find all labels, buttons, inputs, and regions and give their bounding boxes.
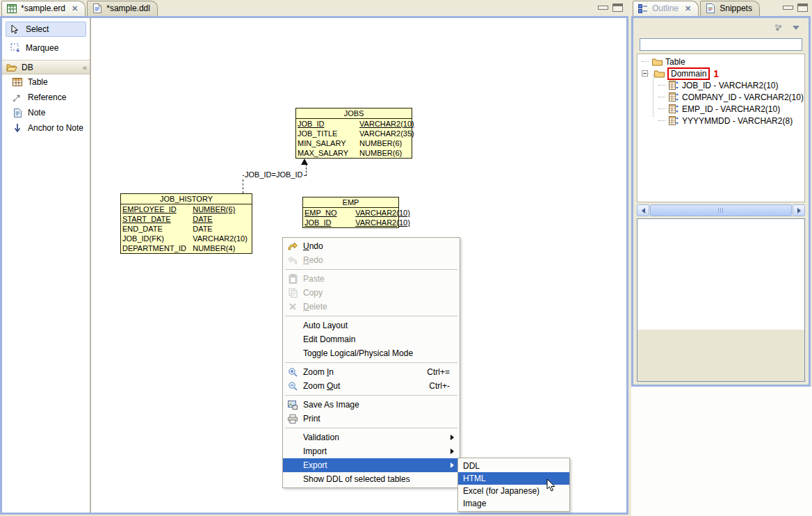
erd-table-title: EMP — [303, 197, 398, 208]
close-icon[interactable]: ✕ — [685, 4, 691, 13]
outline-filter-input[interactable] — [640, 38, 802, 51]
tree-item-label: Table — [665, 57, 685, 67]
tree-guide-line — [658, 108, 665, 109]
blank — [284, 348, 301, 359]
paste-icon — [284, 273, 301, 284]
menu-item-label: Image — [461, 499, 568, 508]
palette-entry-note[interactable]: Note — [2, 105, 90, 120]
close-icon[interactable]: ✕ — [72, 4, 78, 13]
editor-window-buttons — [598, 3, 623, 12]
menu-item-validation[interactable]: Validation — [283, 430, 460, 444]
blank — [284, 432, 301, 443]
palette-group-db[interactable]: DB« — [2, 60, 90, 74]
menu-item-label: DDL — [461, 461, 568, 471]
blank — [284, 460, 301, 471]
zoom-in-icon — [284, 366, 301, 378]
maximize-icon[interactable] — [612, 3, 623, 12]
erd-column-job-title[interactable]: JOB_TITLEVARCHAR2(35) — [296, 129, 412, 138]
column-type: NUMBER(6) — [359, 148, 410, 158]
tree-guide-line — [658, 85, 665, 86]
tree-item-label: Dommain — [667, 67, 710, 80]
erd-column-job-id-fk[interactable]: JOB_ID(FK)VARCHAR2(10) — [121, 234, 252, 243]
maximize-icon[interactable] — [797, 3, 808, 12]
palette-entry-reference[interactable]: Reference — [2, 90, 90, 105]
menu-item-save-as-image[interactable]: Save As Image — [283, 398, 460, 412]
tab-outline[interactable]: Outline✕ — [633, 1, 699, 17]
sync-dots-icon[interactable] — [772, 22, 783, 33]
minimize-icon[interactable] — [783, 6, 793, 10]
palette-entry-label: Table — [28, 77, 48, 87]
menu-item-label: Save As Image — [301, 400, 458, 410]
tree-item-dommain[interactable]: Dommain1 — [638, 67, 804, 79]
menu-item-export[interactable]: Export — [283, 458, 460, 472]
menu-item-print[interactable]: Print — [283, 412, 460, 426]
menu-item-zoom-out[interactable]: Zoom OutCtrl+- — [283, 379, 460, 393]
tab-snippets[interactable]: Snippets — [700, 1, 760, 17]
collapse-chevron-icon[interactable]: « — [83, 63, 86, 72]
erd-table-jobs[interactable]: JOBSJOB_IDVARCHAR2(10)JOB_TITLEVARCHAR2(… — [295, 108, 412, 159]
domain-column-icon — [668, 104, 679, 115]
tab-sample-ddl[interactable]: *sample.ddl — [87, 1, 158, 17]
scroll-left-icon[interactable] — [637, 204, 649, 216]
tree-item-job-id-varchar2-10[interactable]: JOB_ID - VARCHAR2(10) — [638, 79, 804, 91]
menu-item-label: Import — [301, 446, 450, 456]
menu-item-paste: Paste — [283, 272, 460, 286]
menu-item-show-ddl-of-selected-tables[interactable]: Show DDL of selected tables — [283, 472, 460, 486]
tree-item-emp-id-varchar2-10[interactable]: EMP_ID - VARCHAR2(10) — [638, 103, 804, 115]
erd-column-job-id[interactable]: JOB_IDVARCHAR2(10) — [296, 119, 412, 129]
palette-tool-marquee[interactable]: Marquee — [6, 40, 86, 56]
palette-entry-label: Anchor to Note — [28, 123, 83, 133]
snippets-icon — [705, 3, 716, 14]
erd-column-department-id[interactable]: DEPARTMENT_IDNUMBER(4) — [121, 243, 252, 253]
menu-item-undo[interactable]: Undo — [283, 239, 460, 253]
menu-item-ddl[interactable]: DDL — [458, 460, 569, 472]
scrollbar-thumb[interactable] — [650, 204, 792, 216]
palette-tool-select[interactable]: Select — [6, 22, 86, 37]
column-type: VARCHAR2(10) — [355, 208, 397, 218]
tab-sample-erd[interactable]: *sample.erd✕ — [1, 1, 86, 17]
erd-table-emp[interactable]: EMPEMP_NOVARCHAR2(10)JOB_IDVARCHAR2(10) — [302, 197, 399, 228]
erd-column-min-salary[interactable]: MIN_SALARYNUMBER(6) — [296, 138, 412, 148]
erd-column-max-salary[interactable]: MAX_SALARYNUMBER(6) — [296, 148, 412, 158]
palette-entry-table[interactable]: Table — [2, 74, 90, 90]
collapse-minus-icon[interactable] — [642, 70, 648, 76]
menu-item-zoom-in[interactable]: Zoom InCtrl+= — [283, 365, 460, 379]
zoom-out-icon — [284, 380, 301, 392]
erd-column-end-date[interactable]: END_DATEDATE — [121, 224, 252, 234]
menu-separator — [285, 316, 457, 316]
menu-item-import[interactable]: Import — [283, 444, 460, 458]
horizontal-scrollbar[interactable] — [637, 204, 805, 216]
erd-column-employee-id[interactable]: EMPLOYEE_IDNUMBER(6) — [121, 204, 252, 214]
column-type: VARCHAR2(35) — [359, 129, 410, 138]
scroll-right-icon[interactable] — [793, 204, 805, 216]
column-name: MAX_SALARY — [298, 148, 359, 158]
menu-shortcut: Ctrl+- — [429, 381, 458, 391]
menu-item-toggle-logical-physical-mode[interactable]: Toggle Logical/Physical Mode — [283, 346, 460, 360]
tree-item-yyyymmdd-varchar2-8[interactable]: YYYYMMDD - VARCHAR2(8) — [638, 115, 804, 127]
relationship-line — [243, 179, 243, 193]
menu-item-label: Zoom Out — [301, 381, 429, 391]
menu-item-image[interactable]: Image — [458, 497, 569, 510]
column-name: MIN_SALARY — [298, 138, 359, 148]
erd-column-emp-no[interactable]: EMP_NOVARCHAR2(10) — [303, 208, 398, 218]
erd-column-job-id[interactable]: JOB_IDVARCHAR2(10) — [303, 218, 398, 227]
menu-item-label: Show DDL of selected tables — [301, 474, 458, 484]
column-name: JOB_ID(FK) — [122, 234, 193, 243]
erd-table-job-history[interactable]: JOB_HISTORYEMPLOYEE_IDNUMBER(6)START_DAT… — [120, 193, 252, 254]
tree-guide-line — [642, 61, 649, 62]
palette-entry-anchor-to-note[interactable]: Anchor to Note — [2, 120, 90, 136]
menu-shortcut: Ctrl+= — [427, 367, 458, 377]
relationship-line — [306, 164, 307, 176]
palette-tool-label: Select — [26, 24, 49, 34]
column-name: EMPLOYEE_ID — [122, 204, 193, 214]
view-menu-icon[interactable] — [790, 22, 802, 33]
tree-item-table[interactable]: Table — [638, 56, 804, 67]
save-image-icon — [284, 399, 301, 410]
blank — [284, 446, 301, 457]
outline-tabbar: Outline✕Snippets — [633, 0, 781, 17]
erd-column-start-date[interactable]: START_DATEDATE — [121, 214, 252, 224]
menu-item-edit-dommain[interactable]: Edit Dommain — [283, 332, 460, 346]
menu-item-auto-layout[interactable]: Auto Layout — [283, 319, 460, 332]
minimize-icon[interactable] — [598, 6, 608, 10]
tree-item-company-id-varchar2-10[interactable]: COMPANY_ID - VARCHAR2(10) — [638, 91, 804, 103]
